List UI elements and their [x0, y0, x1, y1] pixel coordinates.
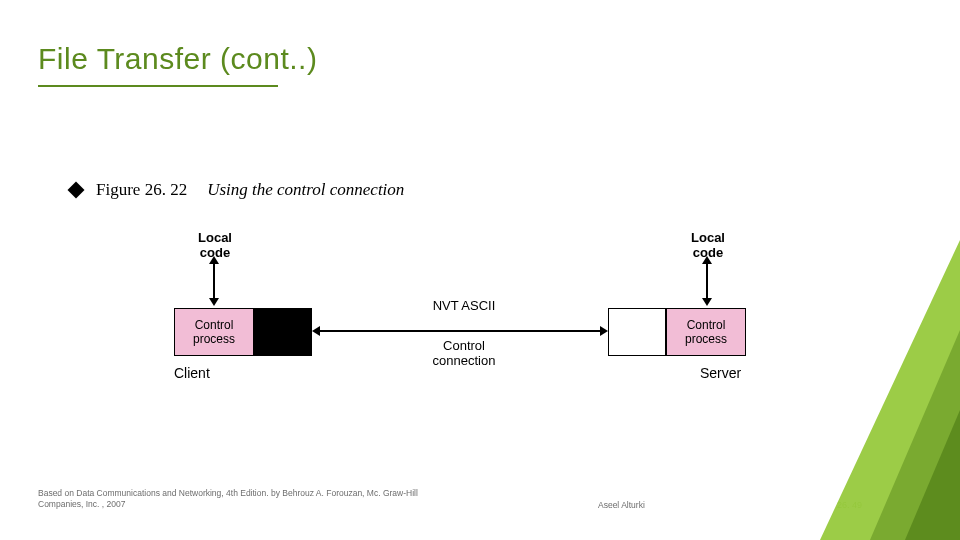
diamond-bullet-icon — [68, 182, 85, 199]
arrow-up-icon — [209, 256, 219, 264]
arrow-down-icon — [209, 298, 219, 306]
horizontal-arrow — [320, 330, 600, 332]
footer: Based on Data Communications and Network… — [38, 488, 922, 510]
slide: File Transfer (cont..) Figure 26. 22 Usi… — [0, 0, 960, 540]
control-process-server: Control process — [666, 308, 746, 356]
arrow-left-icon — [312, 326, 320, 336]
arrow-down-icon — [702, 298, 712, 306]
arrow-up-icon — [702, 256, 712, 264]
title-underline — [38, 85, 278, 87]
client-black-box — [254, 308, 312, 356]
client-label: Client — [174, 365, 210, 381]
nvt-ascii-label: NVT ASCII — [433, 298, 496, 313]
arrow-right-icon — [600, 326, 608, 336]
vertical-arrow-right — [706, 264, 708, 298]
figure-reference: Figure 26. 22 Using the control connecti… — [70, 180, 404, 200]
control-connection-label: Control connection — [404, 338, 524, 368]
connection-label: NVT ASCII — [404, 298, 524, 315]
vertical-arrow-left — [213, 264, 215, 298]
server-label: Server — [700, 365, 741, 381]
figure-number: Figure 26. 22 — [96, 180, 187, 200]
control-process-client: Control process — [174, 308, 254, 356]
server-white-box — [608, 308, 666, 356]
figure-caption: Using the control connection — [207, 180, 404, 200]
slide-title: File Transfer (cont..) — [38, 42, 317, 76]
diagram: Local code Local code Control process Co… — [100, 230, 820, 420]
connection-line — [320, 330, 600, 332]
decor-triangle-3 — [905, 410, 960, 540]
footer-source: Based on Data Communications and Network… — [38, 488, 458, 510]
footer-author: Aseel Alturki — [598, 500, 645, 510]
